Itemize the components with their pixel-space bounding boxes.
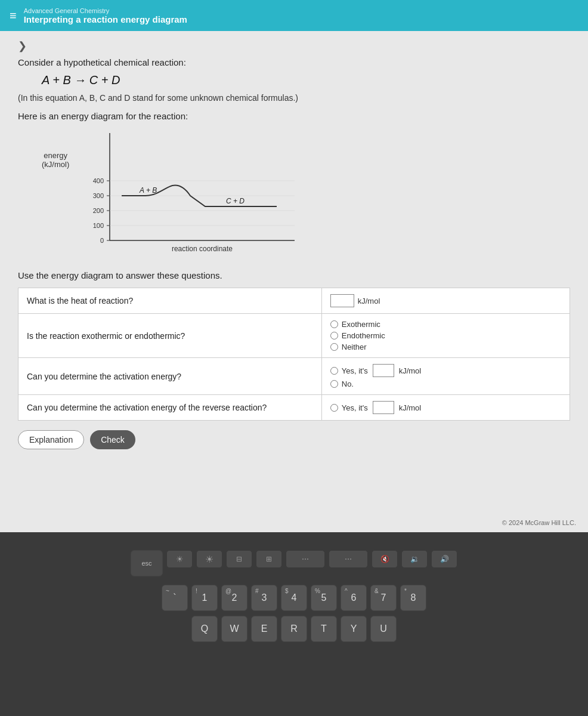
6-symbol: 6 <box>351 592 357 603</box>
q-symbol: Q <box>201 624 208 634</box>
q-key[interactable]: Q <box>191 616 218 642</box>
reaction-equation: A + B → C + D <box>42 73 570 87</box>
activation-energy-input[interactable] <box>373 364 394 377</box>
5-key[interactable]: % 5 <box>311 585 337 611</box>
table-row: What is the heat of reaction? kJ/mol <box>18 288 570 314</box>
launchpad-key[interactable]: ⊞ <box>256 550 282 568</box>
endothermic-option[interactable]: Endothermic <box>330 331 561 340</box>
explanation-button[interactable]: Explanation <box>18 430 84 449</box>
brightness-down-icon: ☀ <box>176 554 184 564</box>
exothermic-option[interactable]: Exothermic <box>330 320 561 329</box>
activation-radio-group: Yes, it's kJ/mol No. <box>330 364 561 388</box>
hamburger-icon[interactable]: ≡ <box>10 9 17 23</box>
table-row: Can you determine the activation energy … <box>18 395 570 421</box>
7-key[interactable]: & 7 <box>370 585 397 611</box>
button-row: Explanation Check <box>18 430 570 449</box>
u-key[interactable]: U <box>370 616 397 642</box>
w-key[interactable]: W <box>221 616 247 642</box>
3-key[interactable]: # 3 <box>251 585 277 611</box>
4-key[interactable]: $ 4 <box>281 585 307 611</box>
tilde-key[interactable]: ~ ` <box>162 585 188 611</box>
skip-key[interactable]: ⋯ <box>329 550 368 568</box>
q2-answer: Exothermic Endothermic Neither <box>321 314 570 358</box>
yes-reverse-radio[interactable] <box>330 404 338 412</box>
tilde-symbol: ~ <box>166 588 169 594</box>
main-content: ❯ Consider a hypothetical chemical react… <box>0 31 588 532</box>
caret-symbol: ^ <box>345 588 348 594</box>
heat-unit: kJ/mol <box>358 297 380 305</box>
no-activation-radio[interactable] <box>330 380 338 388</box>
w-symbol: W <box>230 624 239 634</box>
q3-text: Can you determine the activation energy? <box>18 358 322 395</box>
note-text: (In this equation A, B, C and D stand fo… <box>18 93 570 103</box>
4-symbol: 4 <box>292 592 297 603</box>
brightness-down-key[interactable]: ☀ <box>166 550 193 568</box>
keyboard-brightness-key[interactable]: ⋯ <box>286 550 325 568</box>
activation-unit: kJ/mol <box>399 366 422 375</box>
course-label: Advanced General Chemistry <box>24 7 187 14</box>
1-key[interactable]: ! 1 <box>191 585 218 611</box>
volume-up-key[interactable]: 🔊 <box>431 550 457 568</box>
reverse-unit: kJ/mol <box>399 403 422 412</box>
svg-text:0: 0 <box>100 237 104 244</box>
brightness-up-icon: ☀ <box>205 554 213 565</box>
yes-activation-option[interactable]: Yes, it's kJ/mol <box>330 364 561 377</box>
6-key[interactable]: ^ 6 <box>341 585 367 611</box>
reverse-energy-input[interactable] <box>373 401 394 414</box>
volume-up-icon: 🔊 <box>440 555 449 563</box>
neither-option[interactable]: Neither <box>330 342 561 351</box>
heat-of-reaction-input[interactable] <box>330 294 354 307</box>
y-key[interactable]: Y <box>341 616 367 642</box>
table-row: Is the reaction exothermic or endothermi… <box>18 314 570 358</box>
7-symbol: 7 <box>381 592 386 603</box>
diagram-intro-text: Here is an energy diagram for the reacti… <box>18 111 570 121</box>
no-label: No. <box>342 379 354 388</box>
exothermic-radio[interactable] <box>330 320 338 328</box>
8-symbol: 8 <box>411 592 416 603</box>
star-symbol: * <box>404 588 407 594</box>
y-axis-unit: (kJ/mol) <box>42 160 69 169</box>
exo-endo-radio-group: Exothermic Endothermic Neither <box>330 320 561 351</box>
2-symbol: 2 <box>232 592 237 603</box>
q4-answer: Yes, it's kJ/mol <box>321 395 570 421</box>
mute-key[interactable]: 🔇 <box>372 550 398 568</box>
q3-answer: Yes, it's kJ/mol No. <box>321 358 570 395</box>
mission-control-key[interactable]: ⊟ <box>226 550 252 568</box>
yes-activation-radio[interactable] <box>330 367 338 375</box>
e-key[interactable]: E <box>251 616 277 642</box>
q1-text: What is the heat of reaction? <box>18 288 322 314</box>
collapse-chevron[interactable]: ❯ <box>18 39 27 53</box>
u-symbol: U <box>380 624 387 634</box>
questions-intro: Use the energy diagram to answer these q… <box>18 270 570 280</box>
r-key[interactable]: R <box>281 616 307 642</box>
2-key[interactable]: @ 2 <box>221 585 247 611</box>
keyboard-brightness-icon: ⋯ <box>302 555 309 563</box>
amp-symbol: & <box>375 588 379 594</box>
1-symbol: 1 <box>202 592 208 603</box>
check-button[interactable]: Check <box>90 430 135 449</box>
q4-text: Can you determine the activation energy … <box>18 395 322 421</box>
backtick-symbol: ` <box>173 592 176 603</box>
8-key[interactable]: * 8 <box>400 585 426 611</box>
no-activation-option[interactable]: No. <box>330 379 561 388</box>
brightness-up-key[interactable]: ☀ <box>196 550 222 568</box>
fn-key-row: esc ☀ ☀ ⊟ ⊞ ⋯ ⋯ 🔇 🔉 🔊 <box>0 550 588 576</box>
volume-down-key[interactable]: 🔉 <box>401 550 428 568</box>
endothermic-radio[interactable] <box>330 332 338 340</box>
yes-reverse-option[interactable]: Yes, it's kJ/mol <box>330 401 561 414</box>
exothermic-label: Exothermic <box>342 320 380 329</box>
qwerty-key-row: Q W E R T Y U <box>0 616 588 642</box>
neither-radio[interactable] <box>330 343 338 351</box>
5-symbol: 5 <box>321 592 327 603</box>
launchpad-icon: ⊞ <box>266 555 272 563</box>
page-title: Interpreting a reaction energy diagram <box>24 14 187 24</box>
number-key-row: ~ ` ! 1 @ 2 # 3 $ 4 % 5 ^ 6 & 7 <box>0 585 588 611</box>
t-key[interactable]: T <box>311 616 337 642</box>
svg-text:C + D: C + D <box>226 197 245 205</box>
questions-table: What is the heat of reaction? kJ/mol Is … <box>18 288 570 421</box>
mute-icon: 🔇 <box>380 555 389 563</box>
y-axis-energy: energy <box>44 151 67 160</box>
esc-key[interactable]: esc <box>131 550 163 576</box>
svg-text:reaction coordinate: reaction coordinate <box>172 245 233 253</box>
reverse-activation-radio-group: Yes, it's kJ/mol <box>330 401 561 414</box>
